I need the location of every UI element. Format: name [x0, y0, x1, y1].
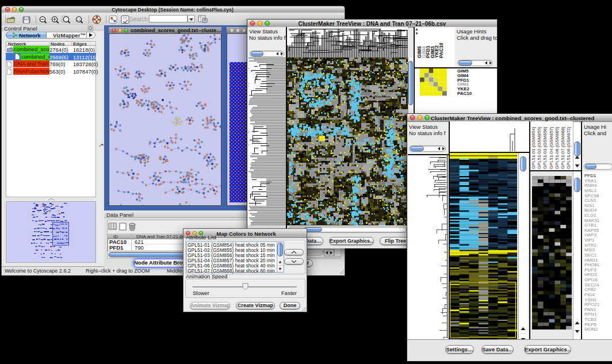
svg-text:RNR4: RNR4: [584, 183, 597, 188]
svg-text:GPL51-03 (GSM856): GPL51-03 (GSM856): [542, 127, 548, 169]
svg-text:GPL51-08 (GSM872): GPL51-08 (GSM872): [566, 127, 571, 169]
svg-text:1:1: 1:1: [77, 18, 81, 21]
svg-text:MON2: MON2: [584, 327, 598, 332]
svg-text:GPL51-02 (GSM855): GPL51-02 (GSM855): [537, 127, 542, 169]
svg-text:HMG1: HMG1: [584, 258, 598, 263]
svg-text:HAP3: HAP3: [584, 232, 596, 237]
svg-text:GPL51-04 (GSM857): GPL51-04 (GSM857): [549, 127, 554, 169]
svg-text:PAN1: PAN1: [584, 307, 596, 312]
svg-text:PAC10: PAC10: [438, 43, 444, 58]
svg-text:SEC24: SEC24: [584, 282, 599, 288]
svg-text:GPL51-01 (GSM854): GPL51-01 (GSM854): [531, 127, 536, 169]
svg-text:GPL51-06 (GSM865): GPL51-06 (GSM865): [554, 127, 560, 169]
svg-text:BUD4: BUD4: [584, 208, 597, 213]
svg-text:GPL51-07 (GSM868): GPL51-07 (GSM868): [560, 127, 565, 169]
